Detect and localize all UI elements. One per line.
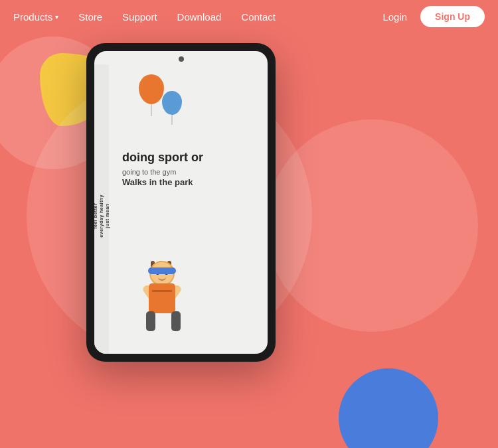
subtext-gym: going to the gym <box>122 168 254 176</box>
hero-text-area: doing sport or going to the gym Walks in… <box>119 151 258 187</box>
nav-support[interactable]: Support <box>122 11 157 23</box>
nav-contact[interactable]: Contact <box>241 11 276 23</box>
tablet-sidebar: feel better everyday healthy just mean <box>94 64 109 354</box>
tablet-screen: feel better everyday healthy just mean d… <box>94 51 268 354</box>
char-leg-left <box>146 311 155 331</box>
sidebar-text: feel better everyday healthy just mean <box>94 194 111 238</box>
subtext-walks: Walks in the park <box>122 177 254 187</box>
character-illustration <box>129 261 195 347</box>
nav-left: Products ▾ Store Support Download Contac… <box>13 11 276 23</box>
balloon-blue <box>162 91 182 115</box>
heading-doing-sport: doing sport or <box>122 151 254 165</box>
balloon-orange <box>139 74 164 104</box>
char-body <box>149 283 175 313</box>
char-leg-right <box>171 311 181 331</box>
nav-products[interactable]: Products ▾ <box>13 11 58 23</box>
char-stripe <box>152 290 172 292</box>
balloons-area <box>119 71 258 144</box>
nav-download[interactable]: Download <box>177 11 222 23</box>
tablet-device: feel better everyday healthy just mean d… <box>86 43 276 362</box>
screen-content: doing sport or going to the gym Walks in… <box>109 51 268 354</box>
bg-circle-right-mid <box>266 119 478 332</box>
char-mouth <box>158 277 166 281</box>
chevron-down-icon: ▾ <box>55 13 58 21</box>
bg-circle-blue <box>339 368 438 448</box>
nav-store[interactable]: Store <box>78 11 102 23</box>
login-link[interactable]: Login <box>382 11 407 23</box>
nav-right: Login Sign Up <box>382 6 485 27</box>
signup-button[interactable]: Sign Up <box>420 6 485 27</box>
navigation: Products ▾ Store Support Download Contac… <box>0 0 498 33</box>
char-headband <box>148 267 176 274</box>
